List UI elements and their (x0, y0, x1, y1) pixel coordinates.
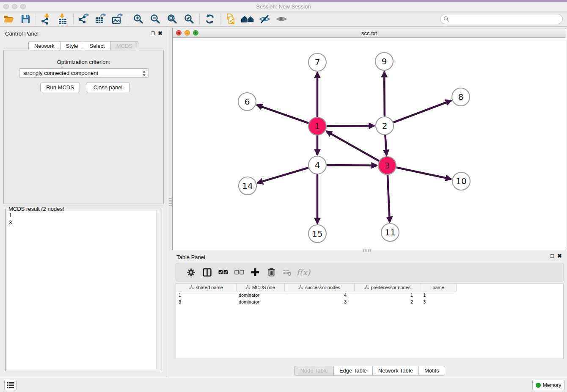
export-image-icon (112, 13, 124, 25)
save-session-button[interactable] (17, 12, 34, 26)
table-cell[interactable]: dominator (236, 292, 284, 298)
toolbar-separator (199, 14, 200, 25)
import-network-button[interactable] (38, 12, 55, 26)
graph-edge-3-10[interactable] (396, 168, 451, 179)
graph-node-label-8: 8 (458, 92, 464, 102)
table-cell[interactable]: 3 (284, 298, 354, 305)
graph-edge-4-3[interactable] (327, 165, 377, 166)
close-table-panel-icon[interactable]: ✖ (557, 253, 562, 259)
zoom-fit-button[interactable] (164, 12, 181, 26)
task-history-button[interactable] (4, 380, 17, 390)
column-header-name[interactable]: name (421, 284, 456, 292)
deselect-all-columns-button[interactable] (231, 266, 247, 279)
graph-edge-2-8[interactable] (394, 100, 451, 122)
graph-node-label-2: 2 (382, 121, 388, 131)
table-cell[interactable]: 4 (284, 292, 354, 298)
show-all-button[interactable] (273, 12, 290, 26)
copy-network-icon (226, 13, 236, 25)
run-mcds-button[interactable]: Run MCDS (40, 83, 80, 92)
list-icon (7, 382, 14, 389)
column-header-MCDS-role[interactable]: MCDS role (236, 284, 284, 292)
export-table-icon (95, 13, 107, 25)
column-selector-button[interactable] (199, 266, 215, 279)
graph-node-label-10: 10 (456, 176, 466, 186)
column-type-icon (298, 285, 303, 290)
refresh-icon (204, 14, 215, 25)
control-panel-header: Control Panel ❐ ✖ (0, 29, 167, 39)
status-bar: Memory (0, 377, 567, 392)
checked-boxes-icon (218, 269, 228, 276)
graph-edge-1-2[interactable] (327, 126, 374, 126)
column-header-shared-name[interactable]: shared name (176, 284, 236, 292)
add-row-button[interactable] (247, 266, 263, 279)
close-panel-button[interactable]: Close panel (86, 83, 130, 92)
table-settings-button[interactable] (183, 266, 199, 279)
close-panel-icon[interactable]: ✖ (158, 30, 162, 36)
tab-network[interactable]: Network (28, 41, 61, 51)
graph-edge-2-3[interactable] (385, 135, 386, 155)
column-header-filler (456, 284, 563, 292)
tab-style[interactable]: Style (60, 41, 84, 51)
network-view-window: ✕ − + scc.txt 7968124314101511 (172, 28, 566, 250)
mcds-result-scrollbar[interactable] (156, 211, 160, 370)
tab-mcds[interactable]: MCDS (110, 41, 138, 51)
vertical-splitter-grip[interactable] (169, 198, 172, 207)
graph-edge-3-1[interactable] (326, 131, 379, 161)
delete-table-icon (283, 269, 292, 276)
memory-status-icon (536, 383, 541, 388)
criterion-select[interactable]: strongly connected component (19, 68, 149, 78)
table-cell[interactable]: 3 (176, 298, 236, 305)
open-session-button[interactable] (0, 12, 17, 26)
network-window-titlebar[interactable]: ✕ − + scc.txt (173, 28, 566, 38)
graph-node-label-11: 11 (385, 227, 395, 237)
zoom-selected-button[interactable] (181, 12, 198, 26)
tab-select[interactable]: Select (84, 41, 111, 51)
table-tab-motifs[interactable]: Motifs (418, 366, 445, 375)
column-header-predecessor-nodes[interactable]: predecessor nodes (354, 284, 421, 292)
copy-network-button[interactable] (222, 12, 239, 26)
delete-table-button[interactable] (279, 266, 295, 279)
delete-row-button[interactable] (263, 266, 279, 279)
zoom-in-icon (133, 14, 144, 25)
search-input[interactable] (440, 14, 563, 24)
table-row[interactable]: 3dominator323 (176, 298, 563, 305)
graph-node-label-1: 1 (315, 121, 320, 131)
control-panel: Control Panel ❐ ✖ NetworkStyleSelectMCDS… (0, 27, 167, 377)
select-all-columns-button[interactable] (215, 266, 231, 279)
table-tab-node-table[interactable]: Node Table (294, 366, 334, 375)
float-panel-icon[interactable]: ❐ (151, 31, 155, 36)
import-table-button[interactable] (55, 12, 72, 26)
column-type-icon (189, 285, 194, 290)
table-cell[interactable]: 3 (421, 298, 456, 305)
column-header-successor-nodes[interactable]: successor nodes (284, 284, 354, 292)
export-image-button[interactable] (109, 12, 126, 26)
export-table-button[interactable] (92, 12, 109, 26)
table-tab-network-table[interactable]: Network Table (372, 366, 419, 375)
toolbar-separator (36, 14, 36, 25)
table-cell[interactable]: 1 (176, 292, 236, 298)
hide-selected-button[interactable] (256, 12, 273, 26)
table-row[interactable]: 1dominator411 (176, 292, 563, 298)
zoom-out-button[interactable] (147, 12, 164, 26)
table-cell[interactable]: 1 (421, 292, 456, 298)
export-network-button[interactable] (75, 12, 92, 26)
table-tab-edge-table[interactable]: Edge Table (333, 366, 373, 375)
network-canvas[interactable]: 7968124314101511 (173, 38, 566, 250)
trash-icon (267, 268, 276, 277)
table-cell[interactable]: 2 (354, 298, 421, 305)
function-builder-button[interactable]: f(x) (295, 266, 311, 279)
memory-button[interactable]: Memory (532, 380, 564, 390)
first-neighbors-button[interactable] (239, 12, 256, 26)
table-cell-filler (456, 292, 563, 298)
zoom-in-button[interactable] (130, 12, 147, 26)
graph-edge-2-9[interactable] (384, 72, 385, 116)
mcds-result-text[interactable]: 1 3 (7, 211, 156, 370)
table-cell[interactable]: dominator (236, 298, 284, 305)
table-cell[interactable]: 1 (354, 292, 421, 298)
graph-edge-4-14[interactable] (257, 168, 308, 183)
float-table-panel-icon[interactable]: ❐ (550, 254, 554, 259)
graph-node-label-7: 7 (315, 57, 320, 67)
refresh-button[interactable] (201, 12, 218, 26)
graph-edge-1-6[interactable] (257, 105, 309, 123)
graph-edge-3-11[interactable] (388, 175, 390, 222)
